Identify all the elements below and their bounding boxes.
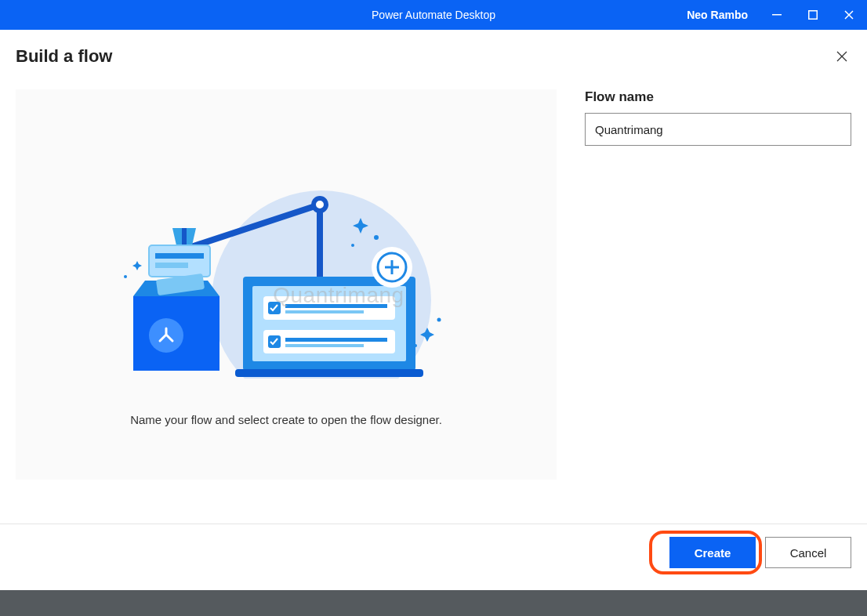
svg-rect-23 (285, 338, 387, 342)
form-panel: Flow name (585, 89, 851, 480)
flow-name-label: Flow name (585, 89, 851, 105)
svg-point-31 (351, 244, 354, 247)
svg-point-35 (437, 317, 441, 321)
dialog-title: Build a flow (16, 46, 112, 67)
svg-point-36 (414, 344, 417, 347)
svg-point-30 (374, 235, 379, 240)
dialog-footer: Create Cancel (0, 524, 867, 590)
cancel-button[interactable]: Cancel (765, 537, 851, 568)
svg-rect-9 (155, 263, 188, 268)
close-icon (844, 10, 854, 20)
svg-rect-0 (772, 14, 782, 16)
flow-name-input[interactable] (585, 113, 851, 146)
create-button[interactable]: Create (669, 537, 756, 568)
svg-rect-1 (809, 11, 818, 20)
svg-point-33 (124, 275, 127, 278)
build-flow-dialog: Build a flow (0, 30, 867, 590)
window-close-button[interactable] (831, 0, 867, 30)
minimize-button[interactable] (759, 0, 795, 30)
svg-rect-7 (149, 245, 210, 277)
maximize-button[interactable] (795, 0, 831, 30)
close-icon (836, 51, 847, 62)
user-name[interactable]: Neo Rambo (676, 9, 759, 21)
minimize-icon (772, 10, 782, 20)
illustration-panel: Name your flow and select create to open… (16, 89, 557, 480)
svg-point-5 (314, 198, 326, 211)
illustration-description: Name your flow and select create to open… (130, 413, 442, 426)
maximize-icon (808, 10, 818, 20)
app-title: Power Automate Desktop (372, 9, 495, 21)
background-strip (0, 590, 867, 616)
title-bar: Power Automate Desktop Neo Rambo (0, 0, 867, 30)
dialog-close-button[interactable] (831, 45, 853, 67)
svg-rect-24 (285, 344, 364, 347)
svg-marker-32 (132, 261, 142, 270)
flow-illustration (118, 175, 455, 379)
svg-rect-16 (235, 369, 423, 377)
svg-rect-20 (285, 310, 364, 313)
svg-rect-19 (285, 304, 387, 308)
svg-rect-8 (155, 253, 204, 259)
